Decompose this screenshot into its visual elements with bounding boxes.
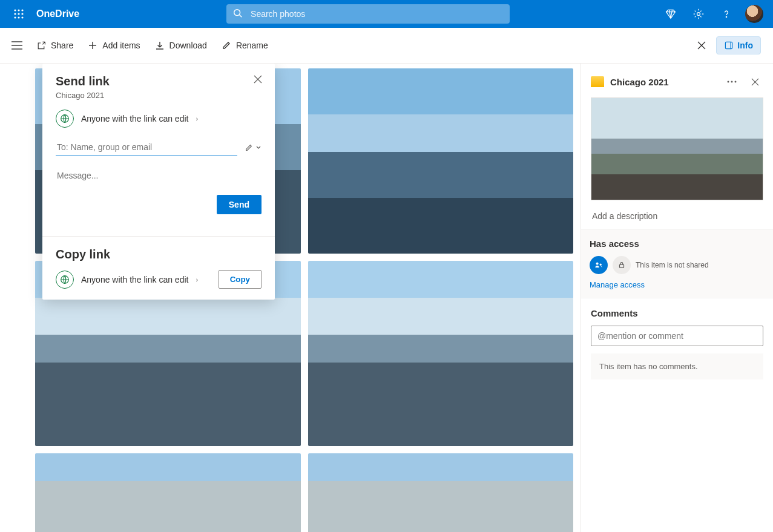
svg-point-1 bbox=[18, 9, 19, 11]
svg-point-4 bbox=[18, 13, 19, 15]
download-label: Download bbox=[169, 41, 207, 50]
add-items-button[interactable]: Add items bbox=[81, 33, 147, 57]
svg-line-10 bbox=[240, 15, 242, 18]
account-avatar[interactable] bbox=[740, 0, 768, 28]
rename-icon bbox=[222, 41, 231, 50]
brand-title[interactable]: OneDrive bbox=[36, 8, 79, 19]
svg-point-5 bbox=[21, 13, 23, 15]
svg-rect-20 bbox=[726, 42, 732, 48]
premium-icon[interactable] bbox=[657, 0, 685, 28]
svg-point-6 bbox=[14, 16, 16, 18]
command-bar: Share Add items Download Rename Info bbox=[0, 28, 773, 64]
search-input[interactable] bbox=[226, 4, 510, 24]
app-header: OneDrive bbox=[0, 0, 773, 28]
svg-point-8 bbox=[21, 16, 23, 18]
svg-point-11 bbox=[697, 13, 700, 16]
svg-point-7 bbox=[18, 16, 19, 18]
share-label: Share bbox=[51, 41, 73, 50]
download-button[interactable]: Download bbox=[148, 33, 214, 57]
help-icon[interactable] bbox=[712, 0, 740, 28]
info-icon bbox=[724, 41, 734, 50]
info-button[interactable]: Info bbox=[716, 36, 761, 54]
share-icon bbox=[36, 41, 46, 50]
rename-label: Rename bbox=[236, 41, 268, 50]
app-launcher-icon[interactable] bbox=[5, 0, 33, 28]
hamburger-icon[interactable] bbox=[5, 33, 29, 57]
svg-point-12 bbox=[726, 16, 726, 17]
close-selection-button[interactable] bbox=[689, 33, 714, 57]
rename-button[interactable]: Rename bbox=[214, 33, 275, 57]
add-items-label: Add items bbox=[102, 41, 140, 50]
search-container bbox=[226, 4, 510, 24]
header-right bbox=[657, 0, 768, 28]
command-bar-right: Info bbox=[689, 33, 761, 57]
svg-point-9 bbox=[234, 10, 240, 16]
svg-point-3 bbox=[14, 13, 16, 15]
info-label: Info bbox=[737, 41, 753, 50]
search-icon bbox=[232, 8, 243, 19]
svg-point-2 bbox=[21, 9, 23, 11]
svg-point-0 bbox=[14, 9, 16, 11]
plus-icon bbox=[88, 41, 97, 50]
download-icon bbox=[155, 41, 165, 50]
share-button[interactable]: Share bbox=[29, 33, 81, 57]
gear-icon[interactable] bbox=[685, 0, 712, 28]
